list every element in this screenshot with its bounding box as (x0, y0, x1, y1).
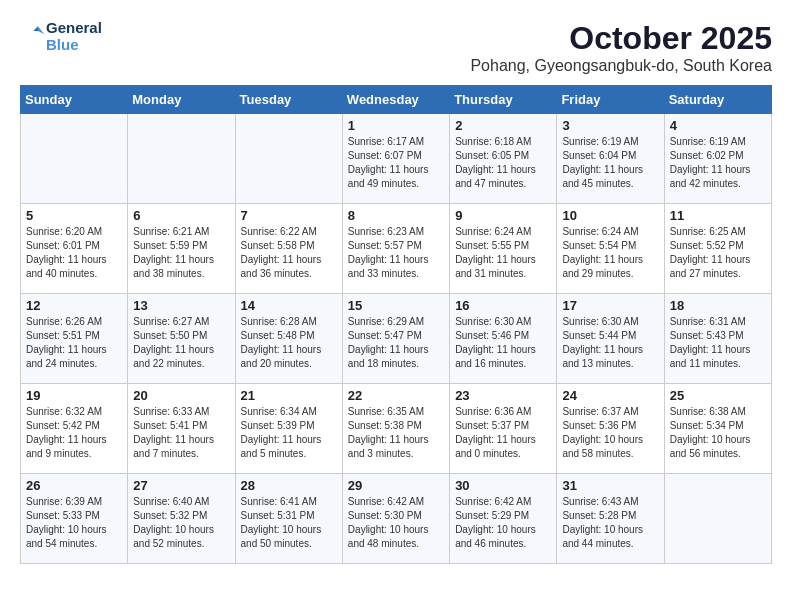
day-number: 23 (455, 388, 551, 403)
day-number: 24 (562, 388, 658, 403)
calendar-cell: 16Sunrise: 6:30 AM Sunset: 5:46 PM Dayli… (450, 294, 557, 384)
day-info: Sunrise: 6:39 AM Sunset: 5:33 PM Dayligh… (26, 495, 122, 551)
day-number: 15 (348, 298, 444, 313)
day-number: 16 (455, 298, 551, 313)
calendar-cell: 7Sunrise: 6:22 AM Sunset: 5:58 PM Daylig… (235, 204, 342, 294)
day-info: Sunrise: 6:20 AM Sunset: 6:01 PM Dayligh… (26, 225, 122, 281)
day-info: Sunrise: 6:42 AM Sunset: 5:29 PM Dayligh… (455, 495, 551, 551)
day-number: 19 (26, 388, 122, 403)
calendar-cell (235, 114, 342, 204)
calendar-cell: 3Sunrise: 6:19 AM Sunset: 6:04 PM Daylig… (557, 114, 664, 204)
day-number: 5 (26, 208, 122, 223)
calendar-cell: 13Sunrise: 6:27 AM Sunset: 5:50 PM Dayli… (128, 294, 235, 384)
day-number: 8 (348, 208, 444, 223)
day-info: Sunrise: 6:42 AM Sunset: 5:30 PM Dayligh… (348, 495, 444, 551)
day-number: 26 (26, 478, 122, 493)
svg-marker-1 (33, 26, 38, 31)
day-info: Sunrise: 6:26 AM Sunset: 5:51 PM Dayligh… (26, 315, 122, 371)
day-number: 31 (562, 478, 658, 493)
day-info: Sunrise: 6:41 AM Sunset: 5:31 PM Dayligh… (241, 495, 337, 551)
day-number: 1 (348, 118, 444, 133)
calendar-cell: 25Sunrise: 6:38 AM Sunset: 5:34 PM Dayli… (664, 384, 771, 474)
day-info: Sunrise: 6:21 AM Sunset: 5:59 PM Dayligh… (133, 225, 229, 281)
weekday-header-friday: Friday (557, 86, 664, 114)
day-info: Sunrise: 6:22 AM Sunset: 5:58 PM Dayligh… (241, 225, 337, 281)
calendar-cell (128, 114, 235, 204)
day-info: Sunrise: 6:30 AM Sunset: 5:46 PM Dayligh… (455, 315, 551, 371)
day-info: Sunrise: 6:35 AM Sunset: 5:38 PM Dayligh… (348, 405, 444, 461)
day-info: Sunrise: 6:30 AM Sunset: 5:44 PM Dayligh… (562, 315, 658, 371)
calendar-cell: 4Sunrise: 6:19 AM Sunset: 6:02 PM Daylig… (664, 114, 771, 204)
calendar-cell: 22Sunrise: 6:35 AM Sunset: 5:38 PM Dayli… (342, 384, 449, 474)
calendar-cell: 8Sunrise: 6:23 AM Sunset: 5:57 PM Daylig… (342, 204, 449, 294)
calendar-cell: 15Sunrise: 6:29 AM Sunset: 5:47 PM Dayli… (342, 294, 449, 384)
day-number: 9 (455, 208, 551, 223)
calendar-cell: 30Sunrise: 6:42 AM Sunset: 5:29 PM Dayli… (450, 474, 557, 564)
calendar-cell: 29Sunrise: 6:42 AM Sunset: 5:30 PM Dayli… (342, 474, 449, 564)
day-number: 29 (348, 478, 444, 493)
calendar-week-5: 26Sunrise: 6:39 AM Sunset: 5:33 PM Dayli… (21, 474, 772, 564)
calendar-cell: 12Sunrise: 6:26 AM Sunset: 5:51 PM Dayli… (21, 294, 128, 384)
day-number: 2 (455, 118, 551, 133)
calendar-cell: 14Sunrise: 6:28 AM Sunset: 5:48 PM Dayli… (235, 294, 342, 384)
weekday-header-monday: Monday (128, 86, 235, 114)
day-info: Sunrise: 6:31 AM Sunset: 5:43 PM Dayligh… (670, 315, 766, 371)
day-info: Sunrise: 6:23 AM Sunset: 5:57 PM Dayligh… (348, 225, 444, 281)
day-number: 4 (670, 118, 766, 133)
calendar-cell: 19Sunrise: 6:32 AM Sunset: 5:42 PM Dayli… (21, 384, 128, 474)
calendar-cell: 20Sunrise: 6:33 AM Sunset: 5:41 PM Dayli… (128, 384, 235, 474)
weekday-header-sunday: Sunday (21, 86, 128, 114)
calendar-cell: 5Sunrise: 6:20 AM Sunset: 6:01 PM Daylig… (21, 204, 128, 294)
day-number: 10 (562, 208, 658, 223)
calendar-cell: 6Sunrise: 6:21 AM Sunset: 5:59 PM Daylig… (128, 204, 235, 294)
day-number: 30 (455, 478, 551, 493)
day-info: Sunrise: 6:43 AM Sunset: 5:28 PM Dayligh… (562, 495, 658, 551)
day-number: 6 (133, 208, 229, 223)
day-info: Sunrise: 6:24 AM Sunset: 5:54 PM Dayligh… (562, 225, 658, 281)
day-number: 7 (241, 208, 337, 223)
day-number: 11 (670, 208, 766, 223)
calendar-cell: 11Sunrise: 6:25 AM Sunset: 5:52 PM Dayli… (664, 204, 771, 294)
location: Pohang, Gyeongsangbuk-do, South Korea (470, 57, 772, 75)
day-number: 17 (562, 298, 658, 313)
calendar-cell: 26Sunrise: 6:39 AM Sunset: 5:33 PM Dayli… (21, 474, 128, 564)
calendar-cell: 17Sunrise: 6:30 AM Sunset: 5:44 PM Dayli… (557, 294, 664, 384)
weekday-header-thursday: Thursday (450, 86, 557, 114)
day-info: Sunrise: 6:18 AM Sunset: 6:05 PM Dayligh… (455, 135, 551, 191)
day-info: Sunrise: 6:17 AM Sunset: 6:07 PM Dayligh… (348, 135, 444, 191)
calendar-cell: 1Sunrise: 6:17 AM Sunset: 6:07 PM Daylig… (342, 114, 449, 204)
weekday-header-saturday: Saturday (664, 86, 771, 114)
calendar-cell: 24Sunrise: 6:37 AM Sunset: 5:36 PM Dayli… (557, 384, 664, 474)
day-number: 22 (348, 388, 444, 403)
calendar-cell: 21Sunrise: 6:34 AM Sunset: 5:39 PM Dayli… (235, 384, 342, 474)
day-number: 27 (133, 478, 229, 493)
logo-icon (22, 23, 46, 47)
logo-name-line2: Blue (46, 37, 102, 54)
calendar-cell: 27Sunrise: 6:40 AM Sunset: 5:32 PM Dayli… (128, 474, 235, 564)
day-number: 25 (670, 388, 766, 403)
day-number: 18 (670, 298, 766, 313)
logo-name-line1: General (46, 20, 102, 37)
calendar-week-1: 1Sunrise: 6:17 AM Sunset: 6:07 PM Daylig… (21, 114, 772, 204)
day-info: Sunrise: 6:34 AM Sunset: 5:39 PM Dayligh… (241, 405, 337, 461)
title-block: October 2025 Pohang, Gyeongsangbuk-do, S… (470, 20, 772, 75)
calendar-cell: 2Sunrise: 6:18 AM Sunset: 6:05 PM Daylig… (450, 114, 557, 204)
calendar-cell: 23Sunrise: 6:36 AM Sunset: 5:37 PM Dayli… (450, 384, 557, 474)
day-info: Sunrise: 6:28 AM Sunset: 5:48 PM Dayligh… (241, 315, 337, 371)
day-number: 13 (133, 298, 229, 313)
day-info: Sunrise: 6:19 AM Sunset: 6:04 PM Dayligh… (562, 135, 658, 191)
day-info: Sunrise: 6:25 AM Sunset: 5:52 PM Dayligh… (670, 225, 766, 281)
calendar-table: SundayMondayTuesdayWednesdayThursdayFrid… (20, 85, 772, 564)
logo: General Blue (20, 20, 102, 53)
day-info: Sunrise: 6:32 AM Sunset: 5:42 PM Dayligh… (26, 405, 122, 461)
day-info: Sunrise: 6:38 AM Sunset: 5:34 PM Dayligh… (670, 405, 766, 461)
day-number: 28 (241, 478, 337, 493)
page-header: General Blue October 2025 Pohang, Gyeong… (20, 20, 772, 75)
day-number: 12 (26, 298, 122, 313)
day-info: Sunrise: 6:37 AM Sunset: 5:36 PM Dayligh… (562, 405, 658, 461)
month-title: October 2025 (470, 20, 772, 57)
day-info: Sunrise: 6:40 AM Sunset: 5:32 PM Dayligh… (133, 495, 229, 551)
calendar-cell (664, 474, 771, 564)
weekday-header-row: SundayMondayTuesdayWednesdayThursdayFrid… (21, 86, 772, 114)
calendar-week-2: 5Sunrise: 6:20 AM Sunset: 6:01 PM Daylig… (21, 204, 772, 294)
